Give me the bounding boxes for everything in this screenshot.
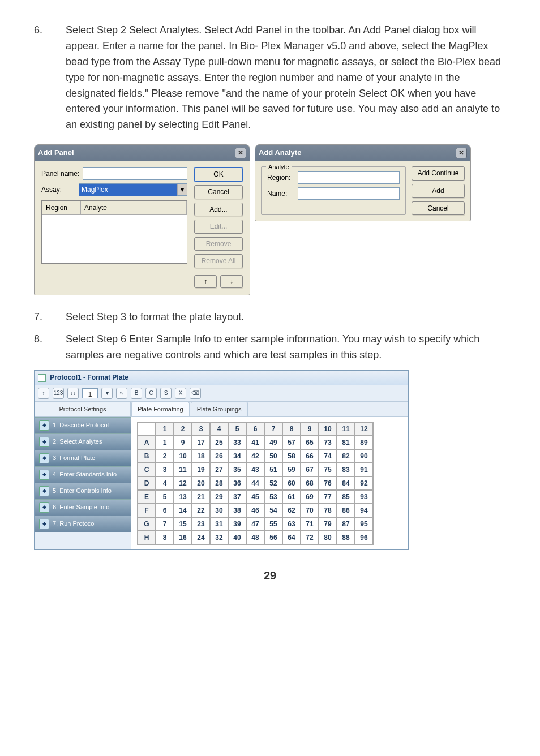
name-input[interactable] (298, 187, 400, 200)
plate-col-header[interactable]: 6 (246, 422, 264, 436)
plate-cell[interactable]: 5 (156, 490, 174, 504)
plate-cell[interactable]: 42 (246, 449, 264, 463)
plate-col-header[interactable]: 4 (210, 422, 228, 436)
plate-cell[interactable]: 17 (192, 436, 210, 449)
plate-cell[interactable]: 49 (264, 436, 282, 449)
plate-col-header[interactable]: 10 (319, 422, 337, 436)
plate-cell[interactable]: 30 (210, 504, 228, 517)
plate-row-header[interactable]: E (138, 490, 156, 504)
plate-cell[interactable]: 43 (246, 463, 264, 476)
add-button[interactable]: Add (412, 184, 465, 198)
plate-cell[interactable]: 23 (192, 517, 210, 531)
plate-cell[interactable]: 3 (156, 463, 174, 476)
plate-cell[interactable]: 80 (319, 531, 337, 544)
close-icon[interactable]: ✕ (456, 148, 467, 158)
plate-cell[interactable]: 71 (301, 517, 319, 531)
plate-cell[interactable]: 70 (301, 504, 319, 517)
plate-cell[interactable]: 86 (337, 504, 355, 517)
plate-cell[interactable]: 13 (174, 490, 192, 504)
move-down-button[interactable]: ↓ (220, 275, 243, 288)
add-continue-button[interactable]: Add Continue (412, 166, 465, 181)
s-icon[interactable]: S (160, 388, 172, 399)
plate-cell[interactable]: 91 (355, 463, 373, 476)
plate-cell[interactable]: 28 (210, 476, 228, 490)
plate-cell[interactable]: 77 (319, 490, 337, 504)
plate-cell[interactable]: 11 (174, 463, 192, 476)
sidebar-step[interactable]: ◆3. Format Plate (35, 450, 131, 466)
col-region[interactable]: Region (42, 201, 81, 215)
plate-row-header[interactable]: C (138, 463, 156, 476)
plate-cell[interactable]: 15 (174, 517, 192, 531)
plate-cell[interactable]: 96 (355, 531, 373, 544)
plate-row-header[interactable]: G (138, 517, 156, 531)
plate-cell[interactable]: 25 (210, 436, 228, 449)
plate-row-header[interactable]: A (138, 436, 156, 449)
plate-cell[interactable]: 83 (337, 463, 355, 476)
plate-cell[interactable]: 34 (228, 449, 246, 463)
plate-cell[interactable]: 37 (228, 490, 246, 504)
plate-col-header[interactable]: 7 (264, 422, 282, 436)
plate-cell[interactable]: 78 (319, 504, 337, 517)
plate-cell[interactable]: 14 (174, 504, 192, 517)
plate-cell[interactable]: 68 (301, 476, 319, 490)
plate-cell[interactable]: 19 (192, 463, 210, 476)
plate-cell[interactable]: 31 (210, 517, 228, 531)
plate-cell[interactable]: 52 (264, 476, 282, 490)
sidebar-step[interactable]: ◆2. Select Analytes (35, 433, 131, 450)
plate-cell[interactable]: 22 (192, 504, 210, 517)
tool-icon[interactable]: ↕ (38, 388, 49, 399)
plate-cell[interactable]: 63 (282, 517, 301, 531)
plate-cell[interactable]: 84 (337, 476, 355, 490)
cancel-button[interactable]: Cancel (412, 201, 465, 216)
plate-cell[interactable]: 65 (301, 436, 319, 449)
plate-cell[interactable]: 50 (264, 449, 282, 463)
plate-cell[interactable]: 10 (174, 449, 192, 463)
plate-cell[interactable]: 69 (301, 490, 319, 504)
plate-cell[interactable]: 88 (337, 531, 355, 544)
add-button[interactable]: Add... (194, 203, 243, 217)
plate-cell[interactable]: 60 (282, 476, 301, 490)
close-icon[interactable]: ✕ (235, 148, 246, 158)
plate-cell[interactable]: 64 (282, 531, 301, 544)
plate-cell[interactable]: 74 (319, 449, 337, 463)
region-input[interactable] (298, 171, 400, 184)
remove-all-button[interactable]: Remove All (194, 254, 243, 268)
plate-cell[interactable]: 40 (228, 531, 246, 544)
plate-cell[interactable]: 32 (210, 531, 228, 544)
plate-col-header[interactable]: 2 (174, 422, 192, 436)
plate-cell[interactable]: 29 (210, 490, 228, 504)
plate-cell[interactable]: 59 (282, 463, 301, 476)
plate-cell[interactable]: 7 (156, 517, 174, 531)
plate-cell[interactable]: 95 (355, 517, 373, 531)
plate-cell[interactable]: 51 (264, 463, 282, 476)
tab-plate-formatting[interactable]: Plate Formatting (131, 402, 190, 416)
tool-icon[interactable]: 123 (53, 388, 64, 399)
sidebar-step[interactable]: ◆5. Enter Controls Info (35, 483, 131, 499)
plate-cell[interactable]: 12 (174, 476, 192, 490)
sidebar-step[interactable]: ◆1. Describe Protocol (35, 417, 131, 433)
plate-cell[interactable]: 54 (264, 504, 282, 517)
plate-cell[interactable]: 87 (337, 517, 355, 531)
analyte-list[interactable]: Region Analyte (41, 200, 187, 264)
plate-col-header[interactable]: 1 (156, 422, 174, 436)
plate-row-header[interactable]: H (138, 531, 156, 544)
sidebar-step[interactable]: ◆6. Enter Sample Info (35, 499, 131, 516)
plate-cell[interactable]: 38 (228, 504, 246, 517)
plate-cell[interactable]: 79 (319, 517, 337, 531)
move-up-button[interactable]: ↑ (194, 275, 217, 288)
plate-cell[interactable]: 9 (174, 436, 192, 449)
plate-cell[interactable]: 36 (228, 476, 246, 490)
plate-cell[interactable]: 55 (264, 517, 282, 531)
chevron-down-icon[interactable]: ▾ (177, 184, 187, 195)
plate-cell[interactable]: 94 (355, 504, 373, 517)
chevron-down-icon[interactable]: ▾ (101, 388, 113, 399)
plate-col-header[interactable]: 8 (282, 422, 301, 436)
col-analyte[interactable]: Analyte (81, 201, 187, 215)
plate-col-header[interactable]: 5 (228, 422, 246, 436)
plate-cell[interactable]: 92 (355, 476, 373, 490)
plate-cell[interactable]: 89 (355, 436, 373, 449)
c-icon[interactable]: C (145, 388, 157, 399)
plate-cell[interactable]: 56 (264, 531, 282, 544)
remove-button[interactable]: Remove (194, 237, 243, 251)
plate-cell[interactable]: 61 (282, 490, 301, 504)
